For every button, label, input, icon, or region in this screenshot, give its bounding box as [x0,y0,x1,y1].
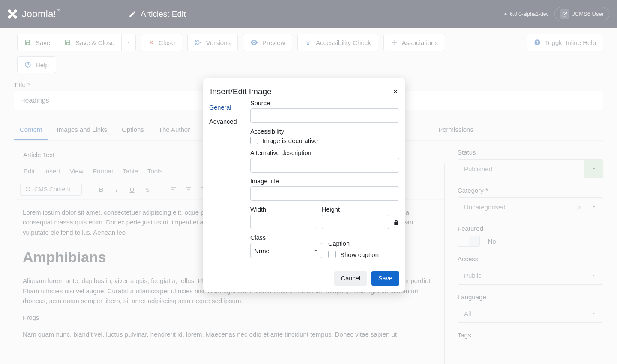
modal-save-button[interactable]: Save [371,271,399,286]
checkbox-icon [250,137,258,144]
modal-tab-advanced[interactable]: Advanced [209,116,250,127]
image-title-label: Image title [250,178,399,185]
close-icon [392,89,398,95]
modal-title: Insert/Edit Image [210,87,272,96]
accessibility-label: Accessibility [250,128,399,135]
insert-image-modal: Insert/Edit Image General Advanced Sourc… [203,78,405,292]
class-select[interactable]: None [250,243,322,258]
alt-input[interactable] [250,158,399,173]
width-label: Width [250,206,317,213]
show-caption-checkbox[interactable]: Show caption [328,251,399,258]
source-label: Source [250,100,399,107]
modal-close-button[interactable] [392,89,398,95]
decorative-checkbox[interactable]: Image is decorative [250,137,399,144]
modal-tabs: General Advanced [209,100,250,263]
modal-cancel-button[interactable]: Cancel [334,271,367,286]
caption-label: Caption [328,240,399,247]
height-input[interactable] [322,215,389,229]
height-label: Height [322,206,389,213]
modal-form: Source Accessibility Image is decorative… [250,100,399,263]
lock-icon[interactable] [393,220,399,229]
class-label: Class [250,234,322,241]
alt-label: Alternative description [250,149,399,156]
checkbox-icon [328,251,336,258]
chevron-down-icon [313,248,318,253]
modal-tab-general[interactable]: General [209,102,231,113]
width-input[interactable] [250,215,317,229]
image-title-input[interactable] [250,186,399,201]
source-input[interactable] [250,108,399,123]
